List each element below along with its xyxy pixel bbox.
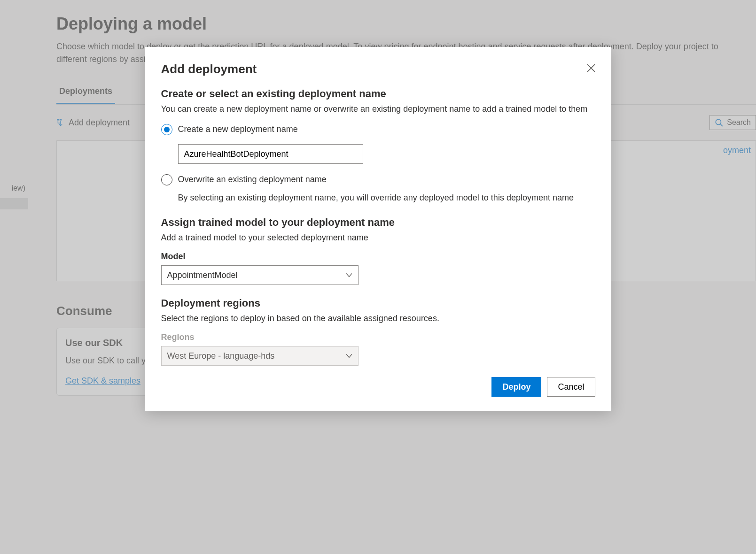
close-icon[interactable] bbox=[587, 64, 595, 72]
radio-overwrite-desc: By selecting an existing deployment name… bbox=[178, 192, 595, 204]
radio-overwrite-row[interactable]: Overwrite an existing deployment name bbox=[161, 173, 595, 186]
model-select[interactable]: AppointmentModel bbox=[161, 265, 359, 285]
radio-overwrite-label: Overwrite an existing deployment name bbox=[178, 173, 327, 186]
section3-title: Deployment regions bbox=[161, 297, 595, 309]
radio-create-label: Create a new deployment name bbox=[178, 123, 298, 136]
add-deployment-modal: Add deployment Create or select an exist… bbox=[145, 47, 611, 411]
cancel-button[interactable]: Cancel bbox=[547, 377, 595, 397]
section1-desc: You can create a new deployment name or … bbox=[161, 103, 595, 115]
regions-value: West Europe - language-hds bbox=[167, 351, 275, 361]
deployment-name-input[interactable] bbox=[178, 144, 363, 164]
section-regions: Deployment regions Select the regions to… bbox=[161, 297, 595, 366]
radio-create-row[interactable]: Create a new deployment name bbox=[161, 123, 595, 136]
chevron-down-icon bbox=[346, 353, 352, 359]
model-label: Model bbox=[161, 252, 595, 262]
modal-title: Add deployment bbox=[161, 62, 257, 77]
modal-footer: Deploy Cancel bbox=[161, 377, 595, 397]
section2-desc: Add a trained model to your selected dep… bbox=[161, 231, 595, 244]
regions-label: Regions bbox=[161, 332, 595, 342]
section-assign-model: Assign trained model to your deployment … bbox=[161, 216, 595, 285]
section-deployment-name: Create or select an existing deployment … bbox=[161, 88, 595, 204]
section1-title: Create or select an existing deployment … bbox=[161, 88, 595, 100]
model-value: AppointmentModel bbox=[167, 270, 238, 280]
section3-desc: Select the regions to deploy in based on… bbox=[161, 312, 595, 325]
modal-header: Add deployment bbox=[161, 62, 595, 77]
radio-overwrite[interactable] bbox=[161, 174, 172, 185]
chevron-down-icon bbox=[346, 272, 352, 278]
radio-create[interactable] bbox=[161, 124, 172, 135]
deploy-button[interactable]: Deploy bbox=[491, 377, 541, 397]
section2-title: Assign trained model to your deployment … bbox=[161, 216, 595, 229]
regions-select: West Europe - language-hds bbox=[161, 346, 359, 366]
